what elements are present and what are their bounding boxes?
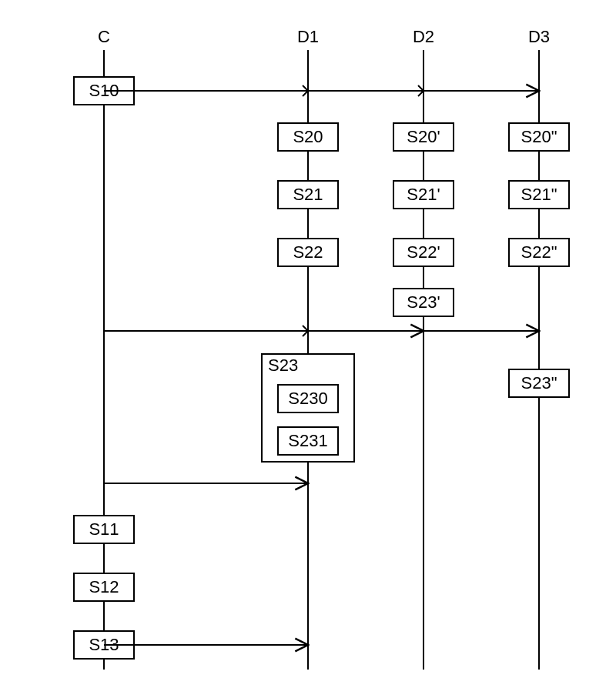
step-label-S21p: S21' [407,185,440,204]
step-label-S12: S12 [89,577,119,596]
step-label-S23p: S23' [407,292,440,312]
lane-label-D1: D1 [297,27,319,46]
sequence-diagram: CD1D2D3S10S20S21S22S20'S21'S22'S23'S20"S… [0,0,616,678]
step-label-S21: S21 [293,185,323,204]
lane-label-D3: D3 [528,27,550,46]
step-label-S11: S11 [89,519,119,539]
step-label-S21q: S21" [521,185,557,204]
step-label-S20q: S20" [521,127,557,146]
step-label-S22: S22 [293,242,323,262]
step-label-S20: S20 [293,127,323,146]
step-label-S20p: S20' [407,127,440,146]
lane-label-C: C [98,27,110,46]
lane-label-D2: D2 [413,27,434,46]
step-label-S23: S23 [268,356,298,375]
step-label-S230: S230 [288,389,327,408]
step-label-S23q: S23" [521,373,557,392]
step-label-S231: S231 [288,431,327,450]
step-label-S22p: S22' [407,242,440,262]
step-label-S22q: S22" [521,242,557,262]
